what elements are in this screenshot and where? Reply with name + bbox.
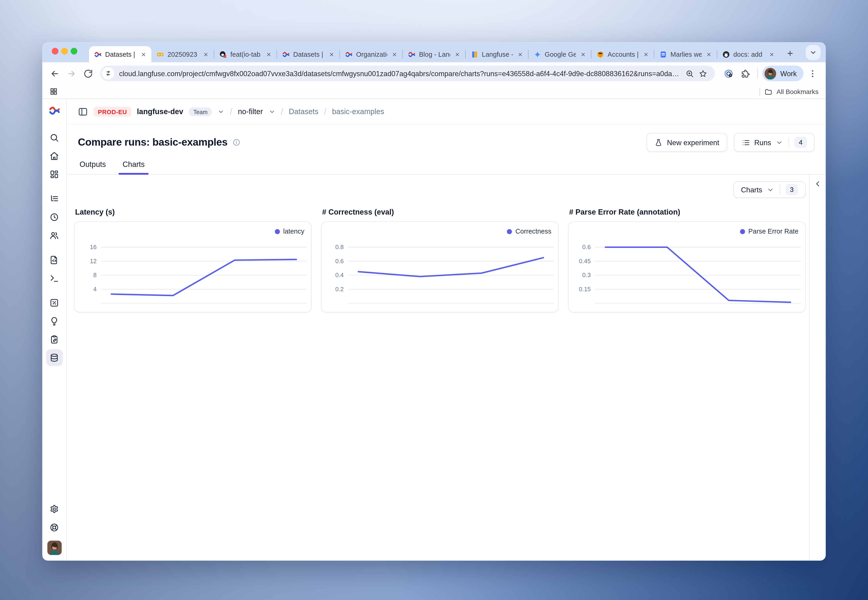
line-chart: 0.80.60.40.2 [322,222,558,312]
breadcrumb-item[interactable]: basic-examples [332,108,384,116]
sidebar-database-icon[interactable] [46,349,62,366]
sidebar-file-code-icon[interactable] [46,252,62,268]
apps-grid-icon[interactable] [50,87,58,95]
org-chevron-down-icon[interactable] [218,108,225,115]
svg-text:8: 8 [93,271,97,279]
tab-charts[interactable]: Charts [121,160,146,174]
zoom-icon[interactable] [683,67,697,80]
github-favicon-icon [722,50,730,58]
tab-close-icon[interactable] [140,50,147,58]
close-window-button[interactable] [52,48,58,55]
sidebar-users-icon[interactable] [46,227,62,244]
svg-text:0.6: 0.6 [582,244,590,250]
line-chart: 0.60.450.30.15 [569,222,805,312]
address-bar[interactable]: cloud.langfuse.com/project/cmfwgv8fx002o… [100,66,715,81]
bookmarks-divider [759,88,760,95]
extensions-icon[interactable] [737,66,753,81]
legend-dot-icon [740,229,745,234]
bookmark-star-icon[interactable] [697,67,710,80]
side-panel-rail [809,174,826,561]
tab-close-icon[interactable] [391,50,399,58]
breadcrumb-separator: / [324,106,326,117]
chart-card: 0.80.60.40.2Correctness [321,221,558,312]
browser-window: Datasets | l20250923feat(io-tabDatasets … [42,42,826,561]
user-avatar[interactable] [47,541,61,555]
browser-tab[interactable]: Langfuse - [466,46,528,62]
sidebar-percent-square-icon[interactable] [46,294,62,311]
svg-text:0.15: 0.15 [579,286,591,292]
chart-title: # Parse Error Rate (annotation) [569,208,806,217]
browser-tab[interactable]: docs: add [717,46,780,62]
sidebar-list-tree-icon[interactable] [46,190,62,207]
browser-tab-strip: Datasets | l20250923feat(io-tabDatasets … [42,42,826,62]
tab-title: Blog - Lang [419,50,450,58]
tab-close-icon[interactable] [768,50,776,58]
legend-label: Parse Error Rate [748,227,798,235]
new-experiment-label: New experiment [667,138,719,147]
project-name[interactable]: no-filter [238,108,263,116]
sidebar-life-buoy-icon[interactable] [46,519,62,536]
tab-close-icon[interactable] [642,50,650,58]
breadcrumb: PROD-EU langfuse-dev Team / no-filter / … [67,99,826,125]
breadcrumb-section[interactable]: Datasets [289,108,319,116]
browser-tab[interactable]: Marlies we [654,46,716,62]
tab-close-icon[interactable] [705,50,713,58]
browser-menu-icon[interactable] [804,66,820,81]
tab-close-icon[interactable] [516,50,524,58]
new-experiment-button[interactable]: New experiment [646,133,727,152]
password-manager-icon[interactable] [721,66,736,81]
site-settings-icon[interactable] [102,67,114,80]
org-name[interactable]: langfuse-dev [137,108,183,116]
app-content: PROD-EU langfuse-dev Team / no-filter / … [42,99,826,561]
browser-tab[interactable]: Google Ge [528,46,591,62]
reload-button[interactable] [80,66,96,81]
flask-icon [654,138,663,147]
sidebar-dashboard-grid-icon[interactable] [46,166,62,182]
sidebar-gear-icon[interactable] [46,500,62,517]
page-tabs: OutputsCharts [67,160,826,174]
tab-close-icon[interactable] [328,50,335,58]
tab-outputs[interactable]: Outputs [78,160,108,174]
tab-close-icon[interactable] [454,50,461,58]
browser-toolbar: cloud.langfuse.com/project/cmfwgv8fx002o… [42,62,826,85]
svg-text:0.2: 0.2 [335,286,344,292]
info-icon[interactable] [232,138,240,146]
sidebar-lightbulb-icon[interactable] [46,312,62,329]
maximize-window-button[interactable] [71,48,77,55]
tab-close-icon[interactable] [202,50,210,58]
browser-tab[interactable]: Blog - Lang [403,46,465,62]
profile-chip[interactable]: Work [762,66,803,81]
gemini-favicon-icon [534,50,542,58]
chart-title: # Correctness (eval) [322,208,558,217]
tab-close-icon[interactable] [265,50,273,58]
panel-left-icon[interactable] [78,106,88,117]
sidebar-clipboard-pen-icon[interactable] [46,331,62,348]
browser-tab[interactable]: feat(io-tab [214,46,276,62]
browser-tab[interactable]: 20250923 [151,46,214,62]
browser-tab[interactable]: Datasets | L [277,46,339,62]
project-chevron-down-icon[interactable] [269,108,275,115]
forward-button[interactable] [64,66,79,81]
tab-search-button[interactable] [806,45,821,60]
url-text[interactable]: cloud.langfuse.com/project/cmfwgv8fx002o… [119,69,683,77]
tab-close-icon[interactable] [579,50,587,58]
sidebar-clock-icon[interactable] [46,209,62,225]
toolbar-divider [757,68,758,79]
runs-button[interactable]: Runs 4 [734,133,815,152]
all-bookmarks[interactable]: All Bookmarks [759,88,819,95]
chart-legend: Parse Error Rate [740,227,798,235]
charts-select-button[interactable]: Charts 3 [733,181,806,198]
folder-icon [764,88,772,95]
browser-tab[interactable]: Datasets | l [89,46,151,62]
new-tab-button[interactable] [783,46,797,61]
sidebar-home-icon[interactable] [46,147,62,164]
minimize-window-button[interactable] [61,48,68,55]
collapse-panel-icon[interactable] [813,180,822,561]
langfuse-logo-icon[interactable] [48,105,61,117]
back-button[interactable] [47,66,62,81]
sidebar-terminal-icon[interactable] [46,270,62,286]
browser-tab[interactable]: Organizatio [340,46,402,62]
browser-tab[interactable]: Accounts | [592,46,654,62]
svg-text:16: 16 [90,244,97,250]
sidebar-search-icon[interactable] [46,129,62,145]
